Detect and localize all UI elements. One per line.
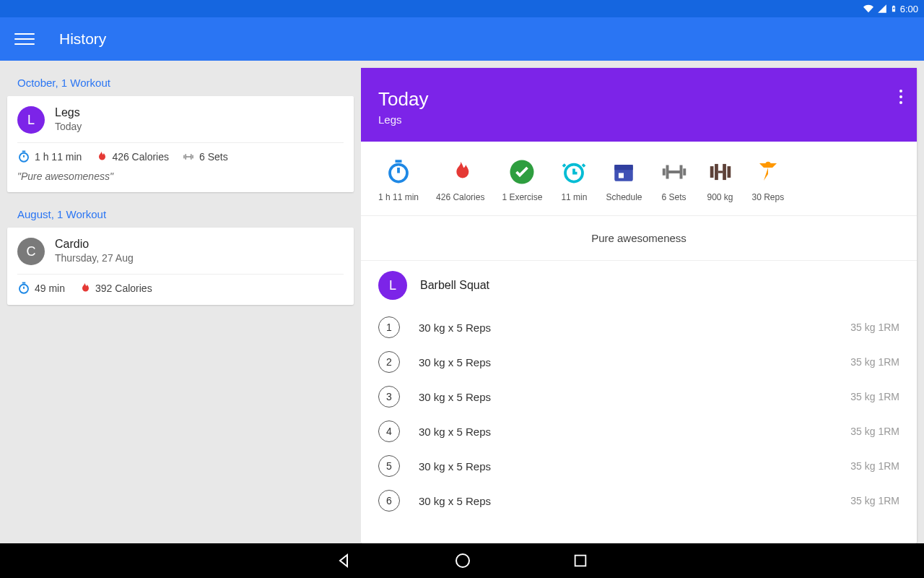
back-button[interactable]: [336, 552, 353, 569]
stopwatch-icon: [17, 150, 30, 163]
android-nav-bar: [0, 543, 924, 578]
metric-reps: 30 Reps: [752, 192, 785, 202]
svg-point-14: [456, 554, 469, 567]
stopwatch-icon: [17, 282, 30, 295]
one-rep-max: 35 kg 1RM: [850, 460, 899, 472]
workout-card-legs[interactable]: L Legs Today 1 h 11 min 426 Calories 6 S…: [7, 96, 354, 192]
set-row[interactable]: 630 kg x 5 Reps35 kg 1RM: [378, 483, 899, 518]
detail-title: Today: [378, 88, 899, 111]
divider: [17, 274, 344, 275]
set-row[interactable]: 530 kg x 5 Reps35 kg 1RM: [378, 449, 899, 483]
svg-rect-8: [710, 166, 713, 178]
fire-icon: [78, 282, 91, 295]
exercise-header[interactable]: L Barbell Squat: [361, 260, 917, 310]
set-number: 6: [378, 490, 400, 512]
section-header: October, 1 Workout: [7, 68, 354, 96]
dumbbell-icon: [660, 158, 689, 186]
cell-signal-icon: [877, 4, 887, 14]
set-number: 1: [378, 316, 400, 338]
history-list: October, 1 Workout L Legs Today 1 h 11 m…: [0, 61, 361, 543]
stopwatch-icon: [384, 158, 413, 186]
set-text: 30 kg x 5 Reps: [419, 426, 850, 438]
set-row[interactable]: 430 kg x 5 Reps35 kg 1RM: [378, 414, 899, 449]
set-text: 30 kg x 5 Reps: [419, 356, 850, 368]
exercise-name: Barbell Squat: [420, 279, 489, 292]
fire-icon: [446, 158, 475, 186]
set-number: 5: [378, 455, 400, 477]
toolbar: History: [0, 17, 924, 61]
set-number: 4: [378, 420, 400, 442]
set-text: 30 kg x 5 Reps: [419, 391, 850, 403]
workout-card-cardio[interactable]: C Cardio Thursday, 27 Aug 49 min 392 Cal…: [7, 228, 354, 305]
set-text: 30 kg x 5 Reps: [419, 322, 850, 334]
calories-label: 392 Calories: [95, 282, 152, 294]
barbell-icon: [706, 158, 735, 186]
dumbbell-icon: [182, 150, 195, 163]
page-title: History: [59, 30, 106, 48]
battery-charging-icon: [890, 3, 897, 14]
set-row[interactable]: 130 kg x 5 Reps35 kg 1RM: [378, 310, 899, 345]
one-rep-max: 35 kg 1RM: [850, 426, 899, 437]
section-header: August, 1 Workout: [7, 199, 354, 228]
home-button[interactable]: [454, 552, 471, 569]
menu-icon[interactable]: [14, 29, 35, 49]
one-rep-max: 35 kg 1RM: [850, 322, 899, 333]
person-lift-icon: [754, 158, 783, 186]
metric-schedule: Schedule: [606, 192, 642, 202]
exercise-avatar: L: [378, 271, 407, 300]
workout-note: Pure awesomeness: [361, 216, 917, 260]
set-row[interactable]: 230 kg x 5 Reps35 kg 1RM: [378, 345, 899, 379]
svg-rect-6: [615, 165, 634, 170]
svg-rect-12: [718, 171, 722, 173]
set-number: 2: [378, 351, 400, 373]
workout-note: "Pure awesomeness": [17, 171, 344, 182]
svg-rect-15: [575, 556, 586, 566]
workout-avatar: L: [17, 106, 45, 134]
workout-avatar: C: [17, 238, 45, 265]
divider: [17, 142, 344, 143]
fire-icon: [95, 150, 108, 163]
set-text: 30 kg x 5 Reps: [419, 460, 850, 473]
set-row[interactable]: 330 kg x 5 Reps35 kg 1RM: [378, 379, 899, 414]
alarm-icon: [559, 158, 588, 186]
set-text: 30 kg x 5 Reps: [419, 495, 850, 507]
status-time: 6:00: [900, 4, 918, 14]
workout-subtitle: Today: [55, 121, 82, 132]
metric-calories: 426 Calories: [436, 192, 484, 202]
metric-rest: 11 min: [559, 192, 588, 202]
workout-detail: Today Legs 1 h 11 min 426 Calories 1 Exe…: [361, 68, 917, 543]
one-rep-max: 35 kg 1RM: [850, 391, 899, 402]
workout-subtitle: Thursday, 27 Aug: [55, 252, 134, 264]
workout-title: Legs: [55, 106, 82, 119]
set-number: 3: [378, 386, 400, 407]
sets-list: 130 kg x 5 Reps35 kg 1RM 230 kg x 5 Reps…: [361, 310, 917, 543]
duration-label: 1 h 11 min: [35, 151, 82, 163]
metric-weight: 900 kg: [706, 192, 735, 202]
wifi-icon: [863, 4, 874, 14]
svg-rect-11: [727, 166, 731, 178]
duration-label: 49 min: [35, 282, 65, 294]
one-rep-max: 35 kg 1RM: [850, 495, 899, 506]
metric-duration: 1 h 11 min: [378, 192, 419, 202]
check-circle-icon: [507, 158, 536, 186]
metric-sets: 6 Sets: [660, 192, 689, 202]
more-options-icon[interactable]: [899, 90, 902, 104]
svg-rect-9: [715, 164, 718, 180]
one-rep-max: 35 kg 1RM: [850, 356, 899, 368]
svg-rect-10: [723, 164, 726, 180]
workout-title: Cardio: [55, 238, 134, 251]
svg-rect-7: [619, 173, 624, 178]
metric-exercises: 1 Exercise: [502, 192, 542, 202]
detail-header: Today Legs: [361, 68, 917, 142]
sets-label: 6 Sets: [199, 151, 228, 163]
calories-label: 426 Calories: [112, 151, 169, 163]
detail-subtitle: Legs: [378, 113, 899, 126]
metrics-row: 1 h 11 min 426 Calories 1 Exercise 11 mi…: [361, 142, 917, 216]
recent-apps-button[interactable]: [572, 553, 588, 569]
status-bar: 6:00: [0, 0, 924, 17]
calendar-icon: [609, 158, 638, 186]
